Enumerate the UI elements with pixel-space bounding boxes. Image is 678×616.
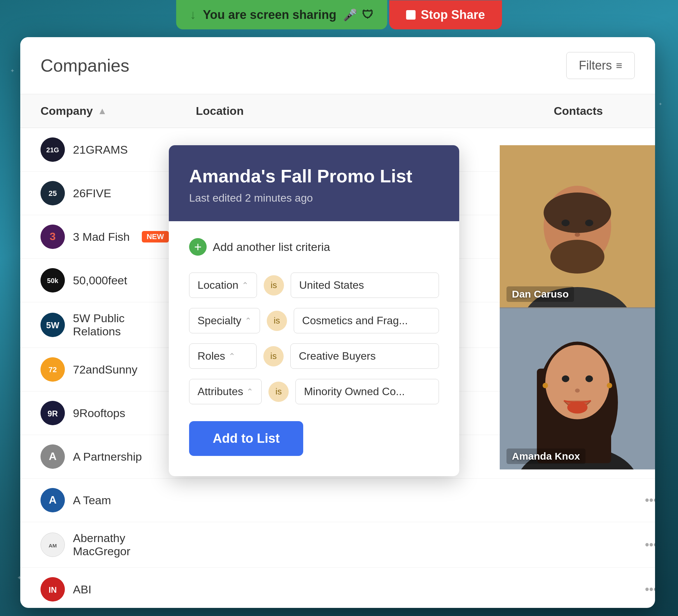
svg-point-40 [562, 376, 569, 382]
svg-point-42 [575, 389, 580, 393]
company-cell: 3 3 Mad Fish NEW [27, 215, 182, 258]
more-cell: ••• [628, 480, 655, 520]
more-cell: ••• [628, 569, 655, 608]
list-title: Amanda's Fall Promo List [189, 165, 439, 186]
svg-text:AM: AM [49, 543, 57, 548]
company-logo: 3 [41, 225, 65, 249]
criteria-value-roles[interactable]: Creative Buyers [290, 343, 439, 369]
criteria-field-select-location[interactable]: Location ⌃ [189, 273, 257, 298]
contacts-cell [540, 580, 628, 599]
location-cell [182, 580, 540, 599]
criteria-value-attributes[interactable]: Minority Owned Co... [295, 379, 439, 404]
add-circle-icon: + [189, 238, 207, 256]
criteria-field-select-specialty[interactable]: Specialty ⌃ [189, 308, 260, 333]
svg-text:3: 3 [50, 230, 56, 242]
criteria-row-attributes: Attributes ⌃ is Minority Owned Co... [189, 379, 439, 404]
company-cell: A A Team [27, 479, 182, 522]
company-cell: 5W 5W Public Relations [27, 302, 182, 348]
company-logo: 9R [41, 401, 65, 425]
svg-text:50k: 50k [47, 277, 58, 284]
svg-point-30 [562, 220, 570, 226]
more-cell: ••• [628, 525, 655, 565]
company-logo: 72 [41, 357, 65, 382]
microphone-icon: 🎤 [343, 8, 357, 22]
table-row[interactable]: A A Team ••• [20, 479, 655, 522]
shield-icon: 🛡 [362, 8, 373, 21]
company-cell: 21G 21GRAMS [27, 128, 182, 171]
list-panel-body: + Add another list criteria Location ⌃ i… [169, 221, 459, 476]
more-button[interactable]: ••• [642, 579, 655, 600]
svg-point-32 [575, 233, 580, 237]
criteria-value-specialty[interactable]: Cosmetics and Frag... [294, 308, 439, 333]
column-actions [628, 94, 655, 128]
table-row[interactable]: IN ABI ••• [20, 568, 655, 608]
more-button[interactable]: ••• [642, 534, 655, 555]
table-row[interactable]: AM Abernathy MacGregor ••• [20, 522, 655, 568]
svg-text:21G: 21G [46, 146, 59, 154]
criteria-row-specialty: Specialty ⌃ is Cosmetics and Frag... [189, 308, 439, 333]
arrow-icon: ↓ [190, 7, 196, 22]
svg-text:9R: 9R [48, 409, 58, 418]
svg-point-44 [543, 383, 548, 388]
operator-badge-roles: is [263, 346, 284, 366]
svg-text:A: A [49, 450, 56, 462]
chevron-down-icon: ⌃ [246, 387, 253, 396]
video-face-bottom [500, 308, 655, 469]
list-panel: Amanda's Fall Promo List Last edited 2 m… [169, 145, 459, 476]
svg-point-29 [544, 192, 611, 233]
column-location: Location [182, 94, 540, 128]
location-cell [182, 491, 540, 510]
snowflake-deco: ✦ [10, 68, 15, 74]
chevron-down-icon: ⌃ [242, 281, 249, 290]
contacts-cell [540, 535, 628, 554]
app-window: Companies Filters ≡ Company ▲ Location C… [20, 37, 655, 608]
stop-share-button[interactable]: Stop Share [389, 0, 502, 29]
company-cell: IN ABI [27, 568, 182, 608]
chevron-down-icon: ⌃ [229, 352, 235, 361]
page-title: Companies [41, 55, 129, 76]
company-cell: 25 26FIVE [27, 172, 182, 215]
table-header: Company ▲ Location Contacts [20, 94, 655, 128]
screen-share-bar: ↓ You are screen sharing 🎤 🛡 Stop Share [176, 0, 502, 29]
operator-badge-location: is [264, 275, 284, 296]
share-status: ↓ You are screen sharing 🎤 🛡 [176, 0, 387, 29]
svg-point-31 [585, 220, 593, 226]
location-cell [182, 535, 540, 554]
filters-button[interactable]: Filters ≡ [566, 52, 635, 79]
share-status-text: You are screen sharing [203, 8, 337, 22]
criteria-field-select-roles[interactable]: Roles ⌃ [189, 343, 257, 369]
filter-icon: ≡ [616, 59, 622, 72]
company-cell: 72 72andSunny [27, 348, 182, 391]
list-panel-header: Amanda's Fall Promo List Last edited 2 m… [169, 145, 459, 221]
company-logo: 50k [41, 268, 65, 292]
company-logo: 25 [41, 181, 65, 205]
stop-share-label: Stop Share [421, 8, 485, 22]
svg-text:72: 72 [49, 365, 57, 374]
svg-text:IN: IN [49, 585, 57, 594]
new-badge: NEW [142, 231, 168, 242]
video-panel-top: Dan Caruso [500, 145, 655, 307]
video-name-1: Dan Caruso [506, 286, 574, 302]
svg-point-43 [567, 402, 588, 414]
company-logo: 5W [41, 313, 65, 337]
company-logo: AM [41, 533, 65, 557]
company-logo: A [41, 444, 65, 469]
add-criteria-label: Add another list criteria [213, 240, 330, 254]
star-deco: ✦ [658, 101, 662, 107]
company-cell: A A Partnership [27, 435, 182, 478]
criteria-field-select-attributes[interactable]: Attributes ⌃ [189, 379, 262, 404]
more-button[interactable]: ••• [642, 490, 655, 511]
chevron-down-icon: ⌃ [245, 316, 252, 326]
video-name-2: Amanda Knox [506, 448, 585, 464]
criteria-value-location[interactable]: United States [291, 273, 439, 298]
add-criteria-button[interactable]: + Add another list criteria [189, 238, 439, 256]
contacts-cell [540, 491, 628, 510]
company-logo: IN [41, 577, 65, 601]
company-cell: AM Abernathy MacGregor [27, 522, 182, 567]
operator-badge-specialty: is [267, 311, 287, 331]
company-logo: A [41, 488, 65, 512]
svg-text:5W: 5W [46, 320, 59, 330]
sort-icon[interactable]: ▲ [98, 106, 107, 117]
add-to-list-button[interactable]: Add to List [189, 421, 303, 456]
list-subtitle: Last edited 2 minutes ago [189, 192, 439, 204]
